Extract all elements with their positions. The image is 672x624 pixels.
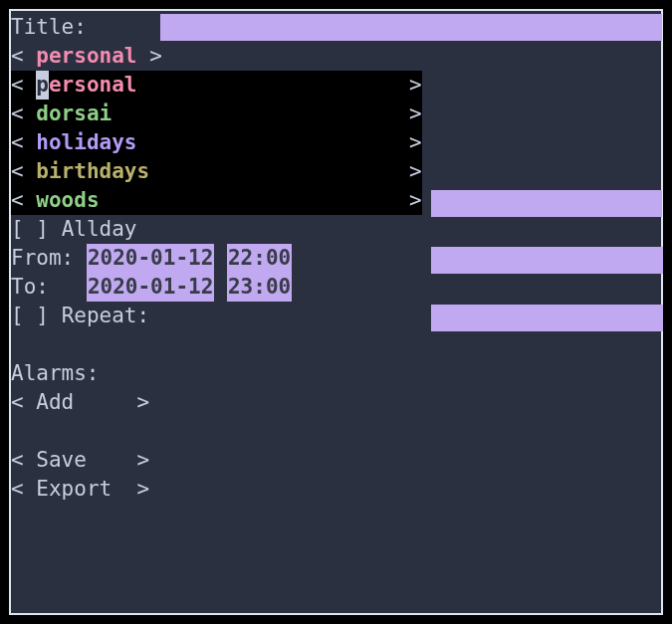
cursor-highlight: p (36, 71, 49, 100)
option-label: holidays (36, 128, 136, 157)
category-option-holidays[interactable]: < holidays > (11, 128, 661, 157)
category-option-woods[interactable]: < woods > (11, 186, 661, 215)
title-label: Title: (11, 13, 87, 42)
allday-row[interactable]: [ ] Allday (11, 215, 661, 244)
option-label: woods (36, 186, 99, 215)
alarms-label-row: Alarms: (11, 359, 661, 388)
category-selector[interactable]: < personal > (11, 42, 661, 71)
next-icon[interactable]: > (149, 42, 162, 71)
category-value: personal (36, 42, 136, 71)
alarms-label: Alarms: (11, 359, 100, 388)
event-form-panel: Title: < personal > < personal > < dorsa… (9, 9, 663, 615)
category-option-birthdays[interactable]: < birthdays > (11, 157, 661, 186)
prev-icon[interactable]: < (11, 42, 24, 71)
to-row: To: 2020-01-12 23:00 (11, 273, 661, 302)
allday-checkbox[interactable]: [ ] (11, 215, 49, 244)
blank-row-2 (11, 417, 661, 446)
save-button[interactable]: < Save > (11, 446, 661, 475)
from-date-input[interactable]: 2020-01-12 (87, 244, 214, 273)
to-label: To: (11, 273, 49, 302)
side-input-3[interactable] (431, 305, 663, 331)
category-option-personal[interactable]: < personal > (11, 71, 661, 100)
blank-row-1 (11, 330, 661, 359)
add-button[interactable]: < Add > (11, 388, 661, 417)
option-label: ersonal (49, 71, 137, 100)
title-input[interactable] (160, 14, 662, 41)
allday-label: Allday (62, 215, 137, 244)
option-label: dorsai (36, 100, 112, 128)
category-option-dorsai[interactable]: < dorsai > (11, 100, 661, 128)
from-time-input[interactable]: 22:00 (227, 244, 292, 273)
side-input-2[interactable] (431, 247, 663, 274)
repeat-checkbox[interactable]: [ ] (11, 302, 49, 330)
to-date-input[interactable]: 2020-01-12 (87, 273, 214, 302)
from-label: From: (11, 244, 74, 273)
title-row: Title: (11, 13, 661, 42)
save-label: Save (36, 446, 87, 475)
option-label: birthdays (36, 157, 149, 186)
export-button[interactable]: < Export > (11, 475, 661, 504)
add-label: Add (36, 388, 74, 417)
repeat-label: Repeat: (62, 302, 150, 330)
to-time-input[interactable]: 23:00 (227, 273, 292, 302)
export-label: Export (36, 475, 112, 504)
